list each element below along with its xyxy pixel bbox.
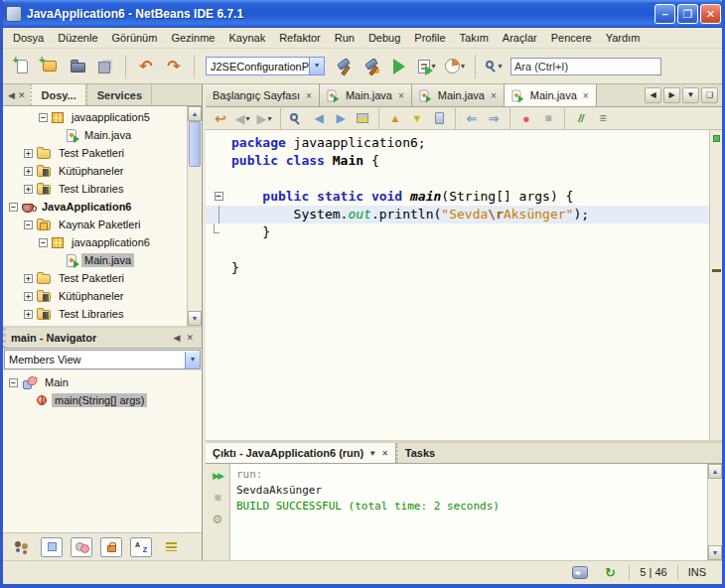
output-tab[interactable]: Tasks <box>396 443 442 463</box>
find-next-icon[interactable]: ▶ <box>330 108 352 128</box>
search-icon-dropdown[interactable]: ▾ <box>498 62 502 71</box>
sort-alphabetically-button[interactable] <box>130 537 152 557</box>
expander-icon[interactable]: − <box>9 378 18 387</box>
code-line[interactable]: public class Main { <box>206 152 709 170</box>
scrollbar-thumb[interactable] <box>189 121 201 167</box>
close-tab-icon[interactable]: × <box>398 90 404 101</box>
stop-run-icon[interactable]: ■ <box>208 489 227 507</box>
stop-macro-icon[interactable]: ■ <box>537 108 559 128</box>
profile-project-icon[interactable]: ▾ <box>442 54 468 79</box>
tree-item-javaapplication6[interactable]: −JavaApplication6 <box>3 198 187 216</box>
tree-item-test-libraries[interactable]: +Test Libraries <box>3 305 187 323</box>
back-icon[interactable]: ◀▾ <box>231 108 253 128</box>
scroll-up-icon[interactable]: ▲ <box>708 464 722 479</box>
output-console[interactable]: run:SevdaAksüngerBUILD SUCCESSFUL (total… <box>230 464 707 560</box>
expander-icon[interactable]: + <box>24 310 33 319</box>
output-scrollbar[interactable]: ▲ ▼ <box>707 464 722 560</box>
undo-icon[interactable]: ↶ <box>133 54 159 79</box>
scroll-down-icon[interactable]: ▼ <box>188 311 202 326</box>
expander-icon[interactable]: − <box>9 203 18 212</box>
run-project-icon[interactable] <box>386 54 412 79</box>
uncomment-icon[interactable]: ≡ <box>592 108 614 128</box>
search-icon[interactable]: ▾ <box>483 54 508 79</box>
close-tab-icon[interactable]: ✕ <box>381 449 388 458</box>
close-tab-icon[interactable]: × <box>306 90 312 101</box>
redo-icon[interactable]: ↷ <box>161 54 187 79</box>
menu-pencere[interactable]: Pencere <box>544 29 599 47</box>
output-options-icon[interactable]: ▼ <box>368 449 376 458</box>
tab-list-icon[interactable]: ▼ <box>682 87 699 103</box>
tree-item-main-java[interactable]: −Main.java <box>3 126 187 144</box>
show-non-public-members-button-wrap[interactable] <box>98 534 124 560</box>
expander-icon[interactable]: + <box>24 149 33 158</box>
show-static-members-button-wrap[interactable] <box>69 534 94 560</box>
editor-tab[interactable]: Başlangıç Sayfası× <box>206 84 320 106</box>
menu-gezinme[interactable]: Gezinme <box>164 29 221 47</box>
close-button[interactable]: ✕ <box>700 4 721 24</box>
tree-item-main[interactable]: −Main <box>3 373 202 391</box>
chevron-down-icon[interactable]: ▼ <box>185 352 200 368</box>
find-icon[interactable] <box>286 108 308 128</box>
expander-icon[interactable]: + <box>24 274 33 283</box>
code-line[interactable] <box>206 241 709 259</box>
show-fields-button[interactable] <box>41 537 63 557</box>
find-previous-icon[interactable]: ◀ <box>308 108 330 128</box>
menu-dosya[interactable]: Dosya <box>6 29 51 47</box>
build-project-icon[interactable] <box>331 54 357 79</box>
projects-scrollbar[interactable]: ▲ ▼ <box>187 106 202 326</box>
last-edit-location-icon[interactable]: ↩ <box>210 108 231 128</box>
new-project-icon[interactable] <box>37 54 63 79</box>
menu-yardım[interactable]: Yardım <box>599 29 648 47</box>
show-inherited-members-icon[interactable] <box>9 534 35 560</box>
profile-project-icon-dropdown[interactable]: ▾ <box>461 62 465 71</box>
save-all-icon[interactable] <box>92 54 118 79</box>
scroll-up-icon[interactable]: ▲ <box>188 106 202 121</box>
menu-profile[interactable]: Profile <box>407 29 452 47</box>
code-line[interactable]: − public static void main(String[] args)… <box>206 188 709 206</box>
expander-icon[interactable]: + <box>24 185 33 194</box>
code-fold-icon[interactable]: − <box>215 192 223 201</box>
code-line[interactable]: } <box>206 223 709 241</box>
clean-build-project-icon[interactable] <box>359 54 384 79</box>
menu-refaktor[interactable]: Refaktor <box>272 29 328 47</box>
tree-item-main-string-args-[interactable]: −main(String[] args) <box>3 391 202 409</box>
toggle-highlight-icon[interactable] <box>352 108 373 128</box>
record-macro-icon[interactable]: ● <box>515 108 537 128</box>
close-tab-icon[interactable]: × <box>491 90 497 101</box>
minimize-panel-icon[interactable]: ◀ <box>171 333 184 343</box>
menu-kaynak[interactable]: Kaynak <box>221 29 272 47</box>
forward-icon-dropdown[interactable]: ▾ <box>267 114 271 123</box>
tree-item-javaapplication5[interactable]: −javaapplication5 <box>3 108 187 126</box>
previous-bookmark-icon[interactable]: ▲ <box>384 108 406 128</box>
editor-tab[interactable]: Main.java× <box>412 84 505 106</box>
expander-icon[interactable]: − <box>39 113 48 122</box>
tree-item-kaynak-paketleri[interactable]: −Kaynak Paketleri <box>3 216 187 233</box>
tree-item-k-t-phaneler[interactable]: +Kütüphaneler <box>3 162 187 180</box>
toggle-bookmark-icon[interactable] <box>428 108 450 128</box>
scroll-tabs-left-icon[interactable]: ◀ <box>645 87 661 103</box>
shift-right-icon[interactable]: ⇒ <box>483 108 505 128</box>
editor-tab[interactable]: Main.java× <box>320 84 412 106</box>
rerun-icon[interactable]: ▶▶ <box>208 467 227 485</box>
close-panel-icon[interactable]: ✕ <box>18 90 26 100</box>
close-panel-icon[interactable]: ✕ <box>183 333 197 343</box>
menu-debug[interactable]: Debug <box>362 29 407 47</box>
tree-item-k-t-phaneler[interactable]: +Kütüphaneler <box>3 287 187 305</box>
close-tab-icon[interactable]: × <box>583 90 589 101</box>
sort-by-source-icon[interactable] <box>158 534 184 560</box>
code-line[interactable]: } <box>206 259 709 277</box>
next-bookmark-icon[interactable]: ▼ <box>406 108 428 128</box>
show-non-public-members-button[interactable] <box>100 537 122 557</box>
editor-sync-icon[interactable] <box>567 560 593 586</box>
scroll-tabs-right-icon[interactable]: ▶ <box>663 87 680 103</box>
tree-item-javaapplication6[interactable]: −javaapplication6 <box>3 233 187 251</box>
forward-icon[interactable]: ▶▾ <box>253 108 275 128</box>
menu-takım[interactable]: Takım <box>453 29 496 47</box>
debug-project-icon[interactable]: ▾ <box>414 54 440 79</box>
sort-alphabetically-button-wrap[interactable] <box>128 534 154 560</box>
chevron-down-icon[interactable]: ▼ <box>309 58 324 74</box>
comment-icon[interactable]: // <box>570 108 592 128</box>
editor-tab[interactable]: Main.java× <box>505 84 597 106</box>
tree-item-main-java[interactable]: −Main.java <box>3 251 187 269</box>
new-file-icon[interactable] <box>9 54 35 79</box>
